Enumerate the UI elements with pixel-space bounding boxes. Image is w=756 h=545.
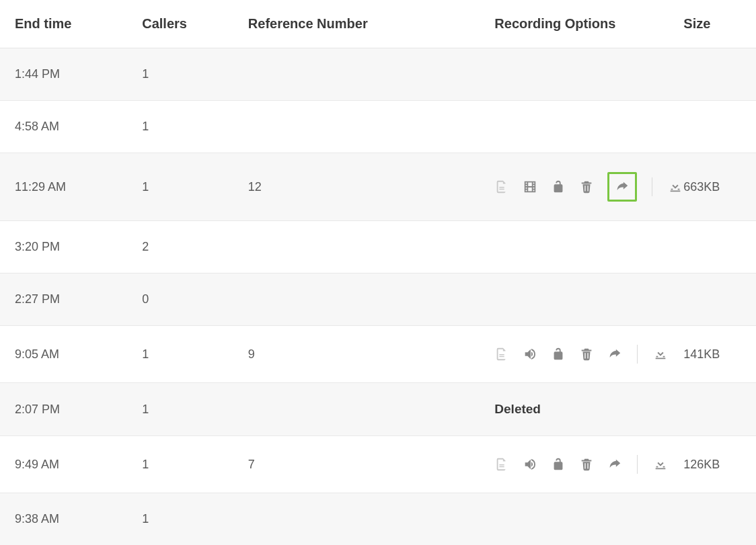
cell-options	[480, 221, 683, 274]
cell-callers: 1	[127, 153, 233, 221]
cell-callers: 1	[127, 493, 233, 546]
divider	[637, 455, 638, 474]
cell-end-time: 2:07 PM	[0, 383, 127, 436]
cell-end-time: 9:38 AM	[0, 493, 127, 546]
cell-end-time: 3:20 PM	[0, 221, 127, 274]
audio-icon[interactable]	[523, 347, 537, 362]
cell-options	[480, 493, 683, 546]
cell-options	[480, 274, 683, 326]
cell-size: 141KB	[683, 326, 756, 383]
header-callers[interactable]: Callers	[127, 0, 233, 48]
video-icon[interactable]	[523, 179, 537, 194]
cell-end-time: 9:49 AM	[0, 436, 127, 493]
table-row: 9:49 AM 1 7 126KB	[0, 436, 756, 493]
table-row: 9:05 AM 1 9 141KB	[0, 326, 756, 383]
cell-reference	[233, 221, 480, 274]
unlock-icon[interactable]	[551, 347, 566, 362]
cell-size: 663KB	[683, 153, 756, 221]
cell-callers: 1	[127, 436, 233, 493]
cell-callers: 2	[127, 221, 233, 274]
download-icon[interactable]	[652, 457, 669, 472]
cell-size	[683, 101, 756, 153]
cell-size: 126KB	[683, 436, 756, 493]
table-row: 9:38 AM 1	[0, 493, 756, 546]
document-icon[interactable]	[494, 179, 509, 194]
cell-reference: 7	[233, 436, 480, 493]
divider	[637, 345, 638, 364]
header-reference[interactable]: Reference Number	[233, 0, 480, 48]
download-icon[interactable]	[652, 347, 669, 362]
cell-reference	[233, 274, 480, 326]
cell-size	[683, 493, 756, 546]
header-options[interactable]: Recording Options	[480, 0, 683, 48]
cell-reference	[233, 493, 480, 546]
cell-end-time: 9:05 AM	[0, 326, 127, 383]
cell-reference: 12	[233, 153, 480, 221]
cell-size	[683, 48, 756, 101]
unlock-icon[interactable]	[551, 457, 566, 472]
table-row: 2:07 PM 1 Deleted	[0, 383, 756, 436]
cell-reference	[233, 383, 480, 436]
cell-end-time: 4:58 AM	[0, 101, 127, 153]
cell-end-time: 11:29 AM	[0, 153, 127, 221]
cell-end-time: 1:44 PM	[0, 48, 127, 101]
options-group	[494, 172, 683, 202]
header-size[interactable]: Size	[683, 0, 756, 48]
cell-reference	[233, 101, 480, 153]
cell-options	[480, 48, 683, 101]
cell-callers: 1	[127, 101, 233, 153]
table-row: 11:29 AM 1 12 663KB	[0, 153, 756, 221]
trash-icon[interactable]	[579, 457, 594, 472]
cell-end-time: 2:27 PM	[0, 274, 127, 326]
cell-callers: 1	[127, 326, 233, 383]
cell-callers: 0	[127, 274, 233, 326]
cell-options	[480, 436, 683, 493]
trash-icon[interactable]	[579, 347, 594, 362]
document-icon[interactable]	[494, 347, 509, 362]
audio-icon[interactable]	[523, 457, 537, 472]
cell-options	[480, 326, 683, 383]
deleted-label: Deleted	[494, 402, 541, 416]
cell-callers: 1	[127, 383, 233, 436]
header-end-time[interactable]: End time	[0, 0, 127, 48]
share-icon[interactable]	[607, 347, 622, 362]
cell-reference	[233, 48, 480, 101]
table-row: 1:44 PM 1	[0, 48, 756, 101]
document-icon[interactable]	[494, 457, 509, 472]
cell-size	[683, 274, 756, 326]
divider	[652, 177, 652, 196]
cell-callers: 1	[127, 48, 233, 101]
share-highlight[interactable]	[607, 172, 637, 202]
table-row: 3:20 PM 2	[0, 221, 756, 274]
unlock-icon[interactable]	[551, 179, 566, 194]
cell-size	[683, 221, 756, 274]
trash-icon[interactable]	[579, 179, 594, 194]
cell-options: Deleted	[480, 383, 683, 436]
table-row: 4:58 AM 1	[0, 101, 756, 153]
recordings-table: End time Callers Reference Number Record…	[0, 0, 756, 545]
cell-size	[683, 383, 756, 436]
cell-options	[480, 153, 683, 221]
options-group	[494, 345, 683, 364]
cell-options	[480, 101, 683, 153]
options-group	[494, 455, 683, 474]
download-icon[interactable]	[667, 179, 683, 194]
cell-reference: 9	[233, 326, 480, 383]
share-icon[interactable]	[615, 179, 630, 194]
table-row: 2:27 PM 0	[0, 274, 756, 326]
share-icon[interactable]	[607, 457, 622, 472]
